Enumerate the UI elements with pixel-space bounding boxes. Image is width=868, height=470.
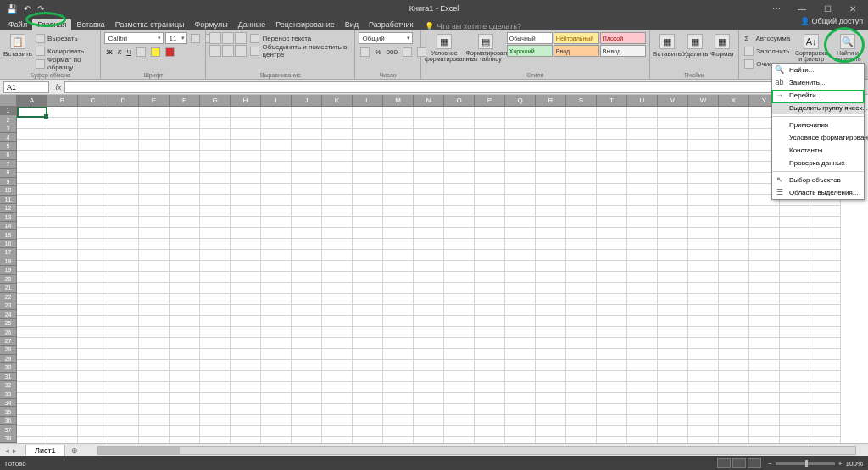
menu-goto-special[interactable]: Выделить группу ячеек... [772,102,864,114]
select-all-corner[interactable] [0,95,17,107]
row-header[interactable]: 30 [0,363,17,372]
column-header[interactable]: X [719,95,749,107]
borders-button[interactable] [135,46,147,58]
row-header[interactable]: 29 [0,355,17,363]
row-header[interactable]: 13 [0,213,17,221]
find-select-button[interactable]: 🔍Найти и выделить [831,32,865,64]
column-header[interactable]: K [322,95,353,107]
font-color-button[interactable] [164,46,176,58]
cell-styles-gallery[interactable]: Обычный Нейтральный Плохой Хороший Ввод … [507,32,646,57]
percent-button[interactable]: % [373,46,382,58]
close-icon[interactable]: ✕ [841,4,865,14]
column-headers[interactable]: ABCDEFGHIJKLMNOPQRSTUVWXYZAA [17,95,841,107]
sort-filter-button[interactable]: A↓Сортировка и фильтр [793,32,829,64]
style-input[interactable]: Ввод [554,45,599,57]
menu-cond-format[interactable]: Условное форматирование [772,131,864,144]
row-header[interactable]: 31 [0,373,17,381]
style-neutral[interactable]: Нейтральный [554,32,599,44]
save-icon[interactable]: 💾 [7,4,17,14]
grow-font-button[interactable] [189,32,202,44]
row-header[interactable]: 7 [0,160,17,169]
format-table-button[interactable]: ▤Форматировать как таблицу [465,32,505,64]
tab-view[interactable]: Вид [340,19,364,30]
autosum-button[interactable]: Σ Автосумма [743,32,792,44]
column-header[interactable]: F [170,95,200,107]
row-header[interactable]: 2 [0,115,17,124]
style-bad[interactable]: Плохой [600,32,646,44]
italic-button[interactable]: К [116,46,124,58]
number-format-combo[interactable]: Общий [359,32,413,44]
row-header[interactable]: 9 [0,178,17,186]
view-buttons[interactable] [717,458,761,468]
tab-review[interactable]: Рецензирование [270,19,340,30]
menu-find[interactable]: 🔍Найти... [772,64,864,76]
column-header[interactable]: E [139,95,170,107]
row-header[interactable]: 6 [0,151,17,159]
tab-home[interactable]: Главная [32,19,71,30]
tell-me-search[interactable]: 💡 Что вы хотите сделать? [425,22,521,30]
row-header[interactable]: 21 [0,284,17,292]
row-header[interactable]: 20 [0,275,17,284]
style-normal[interactable]: Обычный [507,32,553,44]
column-header[interactable]: U [627,95,658,107]
row-header[interactable]: 34 [0,399,17,407]
font-name-combo[interactable]: Calibri [104,32,164,44]
menu-validation[interactable]: Проверка данных [772,157,864,169]
column-header[interactable]: B [47,95,78,107]
insert-cells-button[interactable]: ▦Вставить [654,32,681,59]
row-header[interactable]: 33 [0,390,17,399]
row-header[interactable]: 18 [0,257,17,266]
column-header[interactable]: A [17,95,47,107]
paste-button[interactable]: 📋 Вставить [3,32,32,59]
column-header[interactable]: R [536,95,566,107]
inc-decimal-button[interactable] [401,46,414,58]
page-break-view-icon[interactable] [748,458,761,468]
font-size-combo[interactable]: 11 [165,32,187,44]
row-header[interactable]: 23 [0,301,17,310]
row-header[interactable]: 19 [0,266,17,274]
style-good[interactable]: Хороший [507,45,553,57]
sheet-nav-prev-icon[interactable]: ◂ [5,446,9,455]
row-headers[interactable]: 1234567891011121314151617181920212223242… [0,107,17,443]
format-cells-button[interactable]: ▦Формат [709,32,735,59]
row-header[interactable]: 32 [0,381,17,390]
row-header[interactable]: 12 [0,204,17,213]
column-header[interactable]: L [353,95,383,107]
column-header[interactable]: C [78,95,108,107]
format-painter-button[interactable]: Формат по образцу [34,58,97,69]
column-header[interactable]: M [383,95,414,107]
fill-color-button[interactable] [149,46,162,58]
sheet-nav-next-icon[interactable]: ▸ [13,446,17,455]
menu-select-objects[interactable]: ↖Выбор объектов [772,174,864,186]
row-header[interactable]: 17 [0,248,17,257]
copy-button[interactable]: Копировать [34,45,97,57]
column-header[interactable]: I [261,95,292,107]
comma-button[interactable]: 000 [385,46,399,58]
sheet-tab[interactable]: Лист1 [25,445,65,456]
column-header[interactable]: W [688,95,719,107]
fill-button[interactable]: Заполнить [743,45,792,57]
wrap-text-button[interactable]: Перенос текста [248,32,351,44]
row-header[interactable]: 4 [0,133,17,141]
row-header[interactable]: 36 [0,417,17,425]
fx-icon[interactable]: fx [53,83,64,91]
row-header[interactable]: 1 [0,107,17,115]
ribbon-options-icon[interactable]: ⋯ [765,4,788,14]
menu-goto[interactable]: →Перейти... [772,89,864,102]
column-header[interactable]: J [292,95,322,107]
row-header[interactable]: 10 [0,186,17,195]
row-header[interactable]: 35 [0,407,17,416]
cells-area[interactable] [17,107,868,443]
cond-format-button[interactable]: ▦Условное форматирование [425,32,465,64]
column-header[interactable]: V [658,95,688,107]
delete-cells-button[interactable]: ▦Удалить [682,32,708,59]
zoom-slider[interactable] [776,462,835,465]
row-header[interactable]: 11 [0,196,17,204]
maximize-icon[interactable]: ☐ [815,4,839,14]
column-header[interactable]: H [231,95,261,107]
row-header[interactable]: 15 [0,230,17,239]
row-header[interactable]: 26 [0,328,17,336]
name-box[interactable]: A1 [3,81,49,93]
row-header[interactable]: 28 [0,346,17,354]
row-header[interactable]: 38 [0,434,17,443]
